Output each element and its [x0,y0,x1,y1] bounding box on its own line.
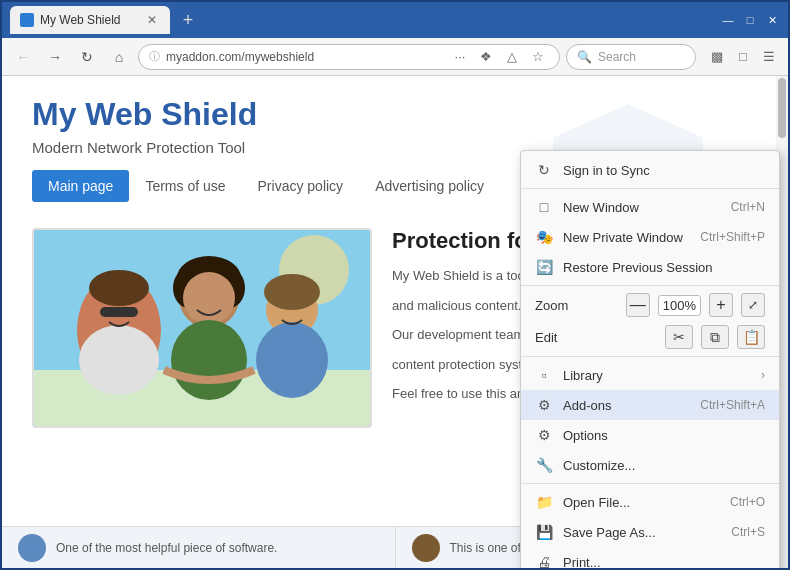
container-icon[interactable]: □ [732,46,754,68]
star-icon[interactable]: ☆ [527,46,549,68]
zoom-value: 100% [658,295,701,316]
testimonial-text-1: One of the most helpful piece of softwar… [56,541,277,555]
menu-label-sign-in: Sign in to Sync [563,163,765,178]
library-icon: ▫ [535,366,553,384]
address-bar-icons: ··· ❖ △ ☆ [449,46,549,68]
testimonial-1: One of the most helpful piece of softwar… [2,527,396,568]
hamburger-menu-button[interactable]: ☰ [758,46,780,68]
menu-label-customize: Customize... [563,458,765,473]
menu-item-sign-in[interactable]: ↻ Sign in to Sync [521,155,779,185]
nav-bar: ← → ↻ ⌂ ⓘ myaddon.com/mywebshield ··· ❖ … [2,38,788,76]
window-controls: — □ ✕ [720,12,780,28]
paste-button[interactable]: 📋 [737,325,765,349]
menu-item-open-file[interactable]: 📁 Open File... Ctrl+O [521,487,779,517]
sign-in-icon: ↻ [535,161,553,179]
edit-label: Edit [535,330,657,345]
nav-terms[interactable]: Terms of use [129,170,241,202]
menu-label-options: Options [563,428,765,443]
search-icon: 🔍 [577,50,592,64]
new-tab-button[interactable]: + [174,6,202,34]
close-button[interactable]: ✕ [764,12,780,28]
zoom-minus-button[interactable]: — [626,293,650,317]
testimonial-avatar-2 [412,534,440,562]
title-bar: My Web Shield ✕ + — □ ✕ [2,2,788,38]
addons-icon: ⚙ [535,396,553,414]
page-content: My Web Shield Modern Network Protection … [2,76,788,568]
customize-icon: 🔧 [535,456,553,474]
address-bar[interactable]: ⓘ myaddon.com/mywebshield ··· ❖ △ ☆ [138,44,560,70]
open-file-icon: 📁 [535,493,553,511]
address-info-icon: ⓘ [149,49,160,64]
zoom-plus-button[interactable]: + [709,293,733,317]
menu-item-save-page[interactable]: 💾 Save Page As... Ctrl+S [521,517,779,547]
menu-item-addons[interactable]: ⚙ Add-ons Ctrl+Shift+A [521,390,779,420]
menu-label-open-file: Open File... [563,495,720,510]
svg-point-7 [79,325,159,395]
nav-advertising[interactable]: Advertising policy [359,170,500,202]
new-window-icon: □ [535,198,553,216]
home-button[interactable]: ⌂ [106,44,132,70]
cut-button[interactable]: ✂ [665,325,693,349]
zoom-expand-button[interactable]: ⤢ [741,293,765,317]
menu-label-private-window: New Private Window [563,230,690,245]
menu-divider-1 [521,188,779,189]
svg-point-15 [264,274,320,310]
search-box[interactable]: 🔍 Search [566,44,696,70]
svg-rect-6 [100,307,138,317]
menu-item-new-window[interactable]: □ New Window Ctrl+N [521,192,779,222]
context-menu: ↻ Sign in to Sync □ New Window Ctrl+N 🎭 … [520,150,780,568]
zoom-row: Zoom — 100% + ⤢ [521,289,779,321]
site-title: My Web Shield [32,96,758,133]
tab-favicon [20,13,34,27]
more-dots-button[interactable]: ··· [449,46,471,68]
active-tab[interactable]: My Web Shield ✕ [10,6,170,34]
forward-button[interactable]: → [42,44,68,70]
menu-divider-4 [521,483,779,484]
hero-image-svg [34,230,372,428]
menu-label-new-window: New Window [563,200,721,215]
menu-item-print[interactable]: 🖨 Print... [521,547,779,568]
options-icon: ⚙ [535,426,553,444]
address-text: myaddon.com/mywebshield [166,50,443,64]
reload-button[interactable]: ↻ [74,44,100,70]
maximize-button[interactable]: □ [742,12,758,28]
browser-window: My Web Shield ✕ + — □ ✕ ← → ↻ ⌂ ⓘ myaddo… [0,0,790,570]
restore-icon: 🔄 [535,258,553,276]
zoom-label: Zoom [535,298,618,313]
scrollbar-thumb[interactable] [778,78,786,138]
pocket-icon[interactable]: ❖ [475,46,497,68]
library-arrow: › [761,368,765,382]
stats-icon[interactable]: ▩ [706,46,728,68]
svg-point-13 [171,320,247,400]
menu-label-print: Print... [563,555,765,569]
shortcut-open-file: Ctrl+O [730,495,765,509]
back-button[interactable]: ← [10,44,36,70]
menu-divider-3 [521,356,779,357]
menu-item-customize[interactable]: 🔧 Customize... [521,450,779,480]
menu-label-save-page: Save Page As... [563,525,721,540]
minimize-button[interactable]: — [720,12,736,28]
print-icon: 🖨 [535,553,553,568]
edit-row: Edit ✂ ⧉ 📋 [521,321,779,353]
svg-point-12 [183,272,235,324]
shortcut-save-page: Ctrl+S [731,525,765,539]
shortcut-private: Ctrl+Shift+P [700,230,765,244]
shortcut-addons: Ctrl+Shift+A [700,398,765,412]
nav-main-page[interactable]: Main page [32,170,129,202]
nav-privacy[interactable]: Privacy policy [242,170,360,202]
menu-item-options[interactable]: ⚙ Options [521,420,779,450]
menu-item-restore-session[interactable]: 🔄 Restore Previous Session [521,252,779,282]
copy-button[interactable]: ⧉ [701,325,729,349]
shortcut-new-window: Ctrl+N [731,200,765,214]
menu-label-library: Library [563,368,751,383]
menu-item-private-window[interactable]: 🎭 New Private Window Ctrl+Shift+P [521,222,779,252]
menu-label-addons: Add-ons [563,398,690,413]
menu-item-library[interactable]: ▫ Library › [521,360,779,390]
svg-point-5 [89,270,149,306]
private-window-icon: 🎭 [535,228,553,246]
svg-point-16 [256,322,328,398]
save-page-icon: 💾 [535,523,553,541]
save-icon[interactable]: △ [501,46,523,68]
tab-close-button[interactable]: ✕ [144,12,160,28]
menu-label-restore: Restore Previous Session [563,260,765,275]
